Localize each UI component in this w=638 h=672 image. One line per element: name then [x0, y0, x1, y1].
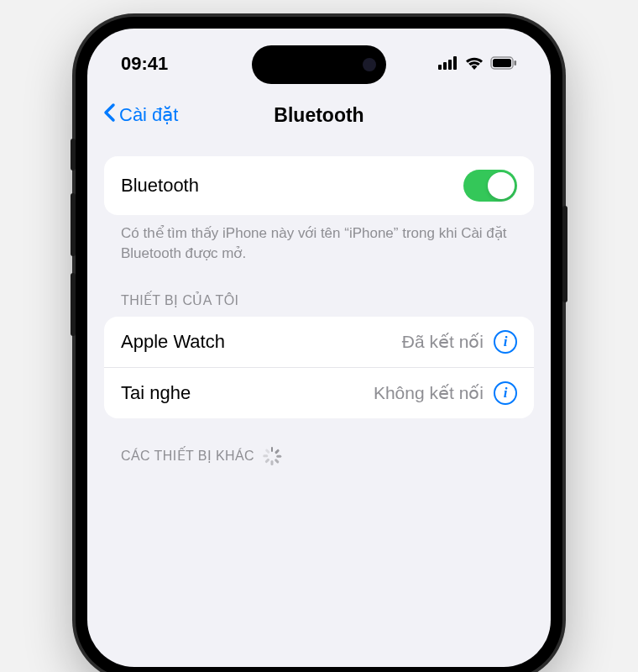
other-devices-label: CÁC THIẾT BỊ KHÁC	[121, 448, 254, 464]
wifi-icon	[465, 53, 484, 75]
svg-rect-3	[453, 56, 457, 70]
svg-rect-2	[448, 60, 452, 70]
toggle-knob	[488, 172, 515, 199]
device-status: Đã kết nối	[402, 332, 484, 352]
device-name: Apple Watch	[121, 331, 225, 353]
back-label: Cài đặt	[119, 104, 178, 126]
cellular-icon	[438, 53, 458, 75]
my-devices-group: Apple Watch Đã kết nối i Tai nghe Không …	[104, 317, 534, 418]
volume-up-button	[71, 193, 76, 256]
svg-rect-5	[493, 59, 511, 67]
other-devices-header: CÁC THIẾT BỊ KHÁC	[104, 418, 534, 474]
iphone-frame: 09:41	[76, 17, 562, 672]
spinner-icon	[263, 447, 281, 465]
nav-bar: Cài đặt Bluetooth	[87, 79, 551, 139]
bluetooth-label: Bluetooth	[121, 175, 199, 197]
bluetooth-toggle[interactable]	[463, 170, 517, 202]
screen: 09:41	[87, 29, 551, 667]
my-devices-header: THIẾT BỊ CỦA TÔI	[104, 264, 534, 317]
side-button	[562, 206, 567, 302]
svg-rect-0	[438, 65, 442, 70]
status-time: 09:41	[121, 53, 168, 75]
volume-down-button	[71, 273, 76, 336]
silent-switch	[71, 139, 76, 171]
svg-rect-1	[443, 62, 447, 70]
nav-title: Bluetooth	[274, 104, 363, 127]
discoverable-hint: Có thể tìm thấy iPhone này với tên “iPho…	[104, 215, 534, 264]
battery-icon	[490, 53, 517, 75]
device-row-headphones[interactable]: Tai nghe Không kết nối i	[104, 367, 534, 418]
back-button[interactable]: Cài đặt	[102, 102, 178, 128]
device-row-apple-watch[interactable]: Apple Watch Đã kết nối i	[104, 317, 534, 367]
info-icon[interactable]: i	[494, 381, 517, 405]
device-name: Tai nghe	[121, 382, 191, 404]
bluetooth-toggle-row[interactable]: Bluetooth	[104, 156, 534, 215]
info-icon[interactable]: i	[494, 330, 517, 354]
bluetooth-toggle-group: Bluetooth	[104, 156, 534, 215]
device-status: Không kết nối	[374, 383, 484, 403]
chevron-left-icon	[102, 102, 116, 128]
svg-rect-6	[515, 60, 517, 66]
front-camera	[363, 58, 376, 71]
